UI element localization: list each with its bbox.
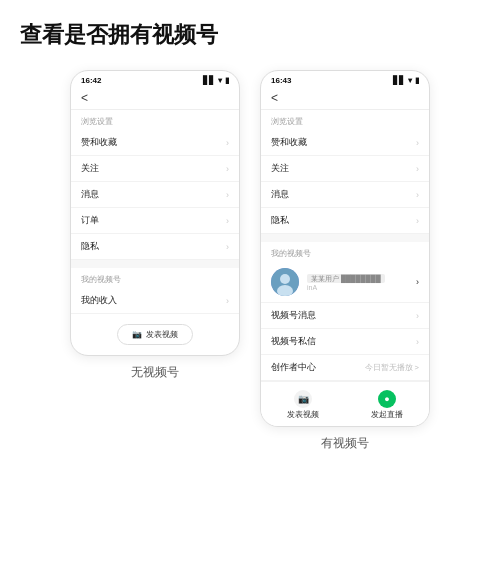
account-name: 某某用户 ████████ bbox=[307, 274, 408, 284]
chevron-icon: › bbox=[226, 138, 229, 148]
time-left: 16:42 bbox=[81, 76, 101, 85]
menu-item-order[interactable]: 订单 › bbox=[71, 208, 239, 234]
phone-right-wrapper: 16:43 ▋▋ ▾ ▮ < 浏览设置 赞和收藏 › 关注 › bbox=[260, 70, 430, 452]
chevron-icon: › bbox=[226, 242, 229, 252]
chevron-icon: › bbox=[226, 164, 229, 174]
back-arrow-left[interactable]: < bbox=[81, 91, 88, 105]
chevron-icon: › bbox=[226, 296, 229, 306]
menu-item-income[interactable]: 我的收入 › bbox=[71, 288, 239, 314]
back-arrow-right[interactable]: < bbox=[271, 91, 278, 105]
menu-item-likes-r[interactable]: 赞和收藏 › bbox=[261, 130, 429, 156]
phone-right-label: 有视频号 bbox=[321, 435, 369, 452]
phone-right: 16:43 ▋▋ ▾ ▮ < 浏览设置 赞和收藏 › 关注 › bbox=[260, 70, 430, 427]
phones-comparison: 16:42 ▋▋ ▾ ▮ < 浏览设置 赞和收藏 › 关注 › bbox=[20, 70, 480, 452]
time-right: 16:43 bbox=[271, 76, 291, 85]
account-sub: inA bbox=[307, 284, 408, 291]
live-icon: ● bbox=[378, 390, 396, 408]
account-info: 某某用户 ████████ inA bbox=[307, 274, 408, 291]
no-video-section: 📷 发表视频 bbox=[71, 314, 239, 355]
phone-left: 16:42 ▋▋ ▾ ▮ < 浏览设置 赞和收藏 › 关注 › bbox=[70, 70, 240, 356]
phone-left-label: 无视频号 bbox=[131, 364, 179, 381]
chevron-icon: › bbox=[416, 311, 419, 321]
nav-left: < bbox=[71, 87, 239, 110]
menu-item-message-r[interactable]: 消息 › bbox=[261, 182, 429, 208]
video-account-row[interactable]: 某某用户 ████████ inA › bbox=[261, 262, 429, 303]
avatar bbox=[271, 268, 299, 296]
post-video-button-right[interactable]: 📷 发表视频 bbox=[287, 390, 319, 420]
chevron-icon: › bbox=[416, 337, 419, 347]
svg-point-1 bbox=[280, 274, 290, 284]
status-icons-right: ▋▋ ▾ ▮ bbox=[393, 76, 419, 85]
signal-icon: ▋▋ bbox=[203, 76, 215, 85]
menu-item-video-message[interactable]: 视频号消息 › bbox=[261, 303, 429, 329]
chevron-icon: › bbox=[226, 216, 229, 226]
section-gap-left bbox=[71, 260, 239, 268]
wifi-icon: ▾ bbox=[408, 76, 412, 85]
bottom-actions: 📷 发表视频 ● 发起直播 bbox=[261, 381, 429, 426]
live-button[interactable]: ● 发起直播 bbox=[371, 390, 403, 420]
battery-icon: ▮ bbox=[225, 76, 229, 85]
wifi-icon: ▾ bbox=[218, 76, 222, 85]
status-bar-right: 16:43 ▋▋ ▾ ▮ bbox=[261, 71, 429, 87]
menu-item-message[interactable]: 消息 › bbox=[71, 182, 239, 208]
menu-item-follow-r[interactable]: 关注 › bbox=[261, 156, 429, 182]
menu-item-privacy-r[interactable]: 隐私 › bbox=[261, 208, 429, 234]
section-video-left: 我的视频号 bbox=[71, 268, 239, 288]
camera-icon: 📷 bbox=[294, 390, 312, 408]
creator-center-row[interactable]: 创作者中心 今日暂无播放 > bbox=[261, 355, 429, 381]
camera-icon: 📷 bbox=[132, 330, 142, 339]
status-bar-left: 16:42 ▋▋ ▾ ▮ bbox=[71, 71, 239, 87]
chevron-icon: › bbox=[416, 190, 419, 200]
section-browser-right: 浏览设置 bbox=[261, 110, 429, 130]
page-title: 查看是否拥有视频号 bbox=[20, 20, 218, 50]
chevron-icon: › bbox=[416, 277, 419, 287]
chevron-icon: › bbox=[226, 190, 229, 200]
signal-icon: ▋▋ bbox=[393, 76, 405, 85]
chevron-icon: › bbox=[416, 164, 419, 174]
phone-left-wrapper: 16:42 ▋▋ ▾ ▮ < 浏览设置 赞和收藏 › 关注 › bbox=[70, 70, 240, 452]
menu-item-likes[interactable]: 赞和收藏 › bbox=[71, 130, 239, 156]
section-browser-left: 浏览设置 bbox=[71, 110, 239, 130]
menu-item-follow[interactable]: 关注 › bbox=[71, 156, 239, 182]
post-video-button-left[interactable]: 📷 发表视频 bbox=[117, 324, 193, 345]
section-gap-right bbox=[261, 234, 429, 242]
menu-item-video-private[interactable]: 视频号私信 › bbox=[261, 329, 429, 355]
chevron-icon: › bbox=[416, 138, 419, 148]
menu-item-privacy[interactable]: 隐私 › bbox=[71, 234, 239, 260]
battery-icon: ▮ bbox=[415, 76, 419, 85]
chevron-icon: › bbox=[416, 216, 419, 226]
section-video-right: 我的视频号 bbox=[261, 242, 429, 262]
status-icons-left: ▋▋ ▾ ▮ bbox=[203, 76, 229, 85]
nav-right: < bbox=[261, 87, 429, 110]
